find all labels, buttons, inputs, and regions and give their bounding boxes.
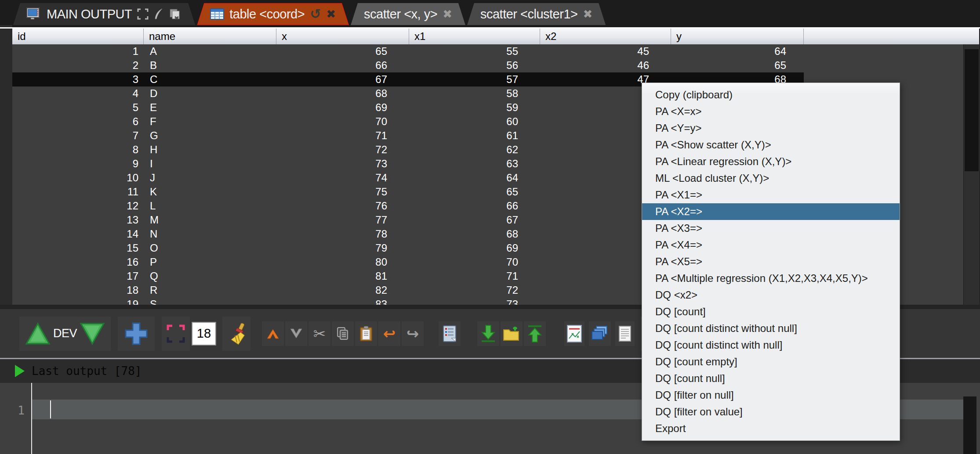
monitor-icon xyxy=(26,7,41,21)
cell-id: 11 xyxy=(12,185,144,199)
tab-scatter-xy[interactable]: scatter <x, y> ✖ xyxy=(351,3,465,25)
cell-x: 75 xyxy=(276,185,409,199)
chart-button[interactable] xyxy=(564,321,584,346)
font-size-box[interactable]: 18 xyxy=(192,322,216,346)
report-button[interactable] xyxy=(439,321,461,346)
play-icon[interactable] xyxy=(15,365,25,377)
column-header-x[interactable]: x xyxy=(276,29,409,44)
table-scrollbar[interactable] xyxy=(963,44,980,305)
column-header-filler[interactable] xyxy=(804,29,979,44)
cell-name: S xyxy=(144,297,276,305)
selection-button[interactable] xyxy=(162,317,190,351)
column-header-x2[interactable]: x2 xyxy=(540,29,671,44)
cell-name: I xyxy=(144,157,276,171)
cell-id: 8 xyxy=(12,143,144,157)
context-menu-item[interactable]: PA <Y=y> xyxy=(642,120,900,137)
context-menu-item[interactable]: PA <X4=> xyxy=(642,237,900,253)
context-menu-item[interactable]: PA <X5=> xyxy=(642,253,900,270)
move-up-button[interactable] xyxy=(262,321,284,346)
feather-icon[interactable] xyxy=(154,8,163,20)
context-menu-item[interactable]: DQ [count distinct without null] xyxy=(642,320,900,337)
context-menu-item[interactable]: PA <Linear regression (X,Y)> xyxy=(642,153,900,170)
context-menu-item[interactable]: PA <Show scatter (X,Y)> xyxy=(642,137,900,153)
context-menu-item[interactable]: PA <X3=> xyxy=(642,220,900,237)
table-icon xyxy=(210,8,224,20)
cell-x: 79 xyxy=(276,241,409,255)
context-menu-item[interactable]: ML <Load cluster (X,Y)> xyxy=(642,170,900,187)
cell-id: 16 xyxy=(12,255,144,269)
context-menu-item[interactable]: Export xyxy=(642,420,900,437)
tab-table-coord[interactable]: table <coord> ↺ ✖ xyxy=(197,3,349,25)
upload-button[interactable] xyxy=(524,321,546,346)
context-menu-item[interactable]: DQ [count null] xyxy=(642,370,900,387)
context-menu-item[interactable]: DQ [count distinct with null] xyxy=(642,337,900,353)
paste-icon xyxy=(359,326,373,342)
context-menu-item[interactable]: PA <X2=> xyxy=(642,203,900,220)
run-down-button[interactable] xyxy=(80,322,105,345)
context-menu-item[interactable]: DQ [filter on null] xyxy=(642,387,900,404)
cell-name: H xyxy=(144,143,276,157)
move-down-button[interactable] xyxy=(285,321,307,346)
cell-name: Q xyxy=(144,269,276,283)
context-menu-item[interactable]: Copy (clipboard) xyxy=(642,86,900,103)
document-button[interactable] xyxy=(615,321,635,346)
cell-name: M xyxy=(144,213,276,227)
context-menu-item[interactable]: DQ [filter on value] xyxy=(642,404,900,420)
column-header-y[interactable]: y xyxy=(671,29,804,44)
cut-button[interactable]: ✂ xyxy=(309,321,330,346)
column-header-name[interactable]: name xyxy=(144,29,276,44)
download-button[interactable] xyxy=(477,321,499,346)
tab-main-output[interactable]: MAIN OUTPUT xyxy=(13,3,195,25)
tab-scatter-cluster1[interactable]: scatter <cluster1> ✖ xyxy=(467,3,606,25)
cell-name: R xyxy=(144,283,276,297)
redo-icon: ↪ xyxy=(407,326,419,341)
cell-x1: 71 xyxy=(409,269,540,283)
refresh-icon[interactable]: ↺ xyxy=(310,7,321,21)
broom-button[interactable] xyxy=(222,317,250,351)
paste-button[interactable] xyxy=(355,321,377,346)
cell-x: 80 xyxy=(276,255,409,269)
cell-x: 81 xyxy=(276,269,409,283)
close-icon[interactable]: ✖ xyxy=(583,7,592,21)
cell-name: L xyxy=(144,199,276,213)
cell-x1: 55 xyxy=(409,44,540,58)
add-button[interactable] xyxy=(118,317,155,351)
context-menu-item[interactable]: DQ <x2> xyxy=(642,287,900,303)
cell-y: 65 xyxy=(671,58,804,72)
cell-id: 13 xyxy=(12,213,144,227)
context-menu-item[interactable]: PA <Multiple regression (X1,X2,X3,X4,X5,… xyxy=(642,270,900,287)
cell-x: 74 xyxy=(276,171,409,185)
editor-scrollbar-thumb[interactable] xyxy=(963,396,976,454)
cell-x1: 66 xyxy=(409,199,540,213)
close-icon[interactable]: ✖ xyxy=(443,7,452,21)
column-header-id[interactable]: id xyxy=(12,29,144,44)
cell-id: 2 xyxy=(12,58,144,72)
context-menu-item[interactable]: DQ [count empty] xyxy=(642,353,900,370)
redo-button[interactable]: ↪ xyxy=(402,321,424,346)
open-folder-button[interactable] xyxy=(501,321,523,346)
cell-id: 12 xyxy=(12,199,144,213)
cell-x1: 63 xyxy=(409,157,540,171)
run-up-button[interactable] xyxy=(25,322,51,345)
copy-button[interactable] xyxy=(332,321,354,346)
context-menu: Copy (clipboard)PA <X=x>PA <Y=y>PA <Show… xyxy=(642,83,900,441)
table-row[interactable]: 2B66564665 xyxy=(12,58,963,72)
windows-button[interactable] xyxy=(589,321,611,346)
tab-scatter-cluster1-label: scatter <cluster1> xyxy=(480,7,578,22)
fullscreen-icon[interactable] xyxy=(137,8,149,20)
cell-id: 17 xyxy=(12,269,144,283)
undo-button[interactable]: ↩ xyxy=(378,321,400,346)
move-up-icon xyxy=(265,328,280,339)
close-icon[interactable]: ✖ xyxy=(326,7,336,21)
selection-icon xyxy=(166,324,185,343)
cell-x1: 61 xyxy=(409,129,540,143)
context-menu-item[interactable]: PA <X1=> xyxy=(642,187,900,203)
context-menu-item[interactable]: PA <X=x> xyxy=(642,103,900,120)
cell-name: A xyxy=(144,44,276,58)
clear-output-icon[interactable] xyxy=(169,8,182,20)
context-menu-item[interactable]: DQ [count] xyxy=(642,303,900,320)
table-row[interactable]: 1A65554564 xyxy=(12,44,963,58)
column-header-x1[interactable]: x1 xyxy=(409,29,540,44)
cell-name: P xyxy=(144,255,276,269)
table-scrollbar-thumb[interactable] xyxy=(965,49,979,171)
